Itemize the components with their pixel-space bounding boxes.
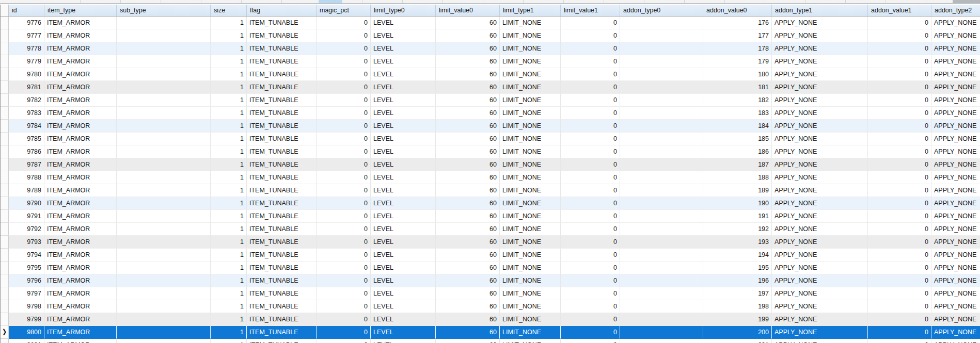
- column-header-magic_pct[interactable]: magic_pct: [317, 5, 371, 16]
- cell-addon_type1[interactable]: APPLY_NONE: [772, 120, 868, 133]
- cell-limit_value1[interactable]: 0: [561, 17, 620, 29]
- cell-size[interactable]: 1: [211, 300, 247, 313]
- cell-addon_value1[interactable]: 0: [868, 158, 931, 171]
- cell-size[interactable]: 1: [211, 313, 247, 326]
- cell-addon_value0[interactable]: 190: [703, 197, 772, 210]
- cell-limit_value0[interactable]: 60: [436, 81, 500, 94]
- cell-addon_type0[interactable]: [620, 326, 703, 339]
- cell-limit_type1[interactable]: LIMIT_NONE: [500, 326, 561, 339]
- table-row[interactable]: 9801ITEM_ARMOR1ITEM_TUNABLE0LEVEL60LIMIT…: [1, 339, 980, 343]
- cell-addon_type0[interactable]: [620, 249, 703, 262]
- cell-limit_type1[interactable]: LIMIT_NONE: [500, 210, 561, 223]
- cell-limit_type1[interactable]: LIMIT_NONE: [500, 94, 561, 107]
- cell-flag[interactable]: ITEM_TUNABLE: [247, 287, 317, 300]
- cell-magic_pct[interactable]: 0: [317, 94, 371, 107]
- cell-size[interactable]: 1: [211, 210, 247, 223]
- cell-addon_type0[interactable]: [620, 300, 703, 313]
- cell-addon_value1[interactable]: 0: [868, 210, 931, 223]
- cell-limit_value1[interactable]: 0: [561, 120, 620, 133]
- cell-size[interactable]: 1: [211, 223, 247, 236]
- cell-addon_type2[interactable]: APPLY_NONE: [931, 145, 980, 158]
- cell-addon_value0[interactable]: 186: [703, 145, 772, 158]
- cell-item_type[interactable]: ITEM_ARMOR: [44, 145, 117, 158]
- cell-addon_type0[interactable]: [620, 29, 703, 42]
- row-selector[interactable]: [1, 274, 9, 287]
- cell-addon_type1[interactable]: APPLY_NONE: [772, 300, 868, 313]
- cell-addon_type1[interactable]: APPLY_NONE: [772, 145, 868, 158]
- cell-addon_value0[interactable]: 189: [703, 184, 772, 197]
- cell-addon_value1[interactable]: 0: [868, 94, 931, 107]
- cell-addon_type0[interactable]: [620, 262, 703, 274]
- row-selector[interactable]: [1, 94, 9, 107]
- cell-addon_type1[interactable]: APPLY_NONE: [772, 107, 868, 120]
- cell-addon_type0[interactable]: [620, 55, 703, 68]
- cell-addon_value1[interactable]: 0: [868, 313, 931, 326]
- cell-id[interactable]: 9780: [9, 68, 44, 81]
- cell-flag[interactable]: ITEM_TUNABLE: [247, 133, 317, 145]
- cell-limit_type1[interactable]: LIMIT_NONE: [500, 107, 561, 120]
- cell-limit_value0[interactable]: 60: [436, 274, 500, 287]
- cell-addon_type1[interactable]: APPLY_NONE: [772, 68, 868, 81]
- cell-addon_type0[interactable]: [620, 42, 703, 55]
- cell-addon_value1[interactable]: 0: [868, 274, 931, 287]
- cell-addon_value1[interactable]: 0: [868, 29, 931, 42]
- cell-addon_type0[interactable]: [620, 145, 703, 158]
- cell-addon_value0[interactable]: 198: [703, 300, 772, 313]
- cell-sub_type[interactable]: [117, 262, 211, 274]
- cell-limit_value1[interactable]: 0: [561, 287, 620, 300]
- cell-addon_value1[interactable]: 0: [868, 145, 931, 158]
- cell-magic_pct[interactable]: 0: [317, 313, 371, 326]
- cell-flag[interactable]: ITEM_TUNABLE: [247, 184, 317, 197]
- cell-addon_value0[interactable]: 199: [703, 313, 772, 326]
- cell-size[interactable]: 1: [211, 184, 247, 197]
- cell-limit_type0[interactable]: LEVEL: [371, 236, 436, 249]
- cell-addon_type1[interactable]: APPLY_NONE: [772, 94, 868, 107]
- cell-addon_type2[interactable]: APPLY_NONE: [931, 326, 980, 339]
- cell-flag[interactable]: ITEM_TUNABLE: [247, 171, 317, 184]
- column-header-sub_type[interactable]: sub_type: [117, 5, 211, 16]
- cell-size[interactable]: 1: [211, 274, 247, 287]
- cell-flag[interactable]: ITEM_TUNABLE: [247, 68, 317, 81]
- cell-size[interactable]: 1: [211, 81, 247, 94]
- cell-limit_type1[interactable]: LIMIT_NONE: [500, 29, 561, 42]
- table-row[interactable]: 9794ITEM_ARMOR1ITEM_TUNABLE0LEVEL60LIMIT…: [1, 249, 980, 262]
- cell-addon_type0[interactable]: [620, 171, 703, 184]
- table-row[interactable]: 9779ITEM_ARMOR1ITEM_TUNABLE0LEVEL60LIMIT…: [1, 55, 980, 68]
- row-selector[interactable]: [1, 171, 9, 184]
- cell-limit_value1[interactable]: 0: [561, 184, 620, 197]
- cell-limit_value1[interactable]: 0: [561, 158, 620, 171]
- cell-addon_value1[interactable]: 0: [868, 249, 931, 262]
- cell-item_type[interactable]: ITEM_ARMOR: [44, 81, 117, 94]
- cell-id[interactable]: 9794: [9, 249, 44, 262]
- table-row[interactable]: 9777ITEM_ARMOR1ITEM_TUNABLE0LEVEL60LIMIT…: [1, 29, 980, 42]
- cell-id[interactable]: 9796: [9, 274, 44, 287]
- cell-magic_pct[interactable]: 0: [317, 55, 371, 68]
- cell-limit_type0[interactable]: LEVEL: [371, 313, 436, 326]
- cell-addon_type0[interactable]: [620, 81, 703, 94]
- cell-id[interactable]: 9798: [9, 300, 44, 313]
- cell-magic_pct[interactable]: 0: [317, 249, 371, 262]
- cell-limit_type0[interactable]: LEVEL: [371, 158, 436, 171]
- cell-limit_type1[interactable]: LIMIT_NONE: [500, 339, 561, 343]
- cell-limit_type1[interactable]: LIMIT_NONE: [500, 287, 561, 300]
- cell-size[interactable]: 1: [211, 326, 247, 339]
- cell-magic_pct[interactable]: 0: [317, 210, 371, 223]
- cell-item_type[interactable]: ITEM_ARMOR: [44, 249, 117, 262]
- cell-item_type[interactable]: ITEM_ARMOR: [44, 184, 117, 197]
- cell-addon_value0[interactable]: 185: [703, 133, 772, 145]
- row-selector[interactable]: [1, 184, 9, 197]
- cell-limit_value1[interactable]: 0: [561, 42, 620, 55]
- cell-addon_type2[interactable]: APPLY_NONE: [931, 55, 980, 68]
- cell-limit_value1[interactable]: 0: [561, 81, 620, 94]
- cell-addon_type0[interactable]: [620, 274, 703, 287]
- cell-limit_value1[interactable]: 0: [561, 29, 620, 42]
- cell-size[interactable]: 1: [211, 17, 247, 29]
- row-selector[interactable]: [1, 107, 9, 120]
- cell-size[interactable]: 1: [211, 262, 247, 274]
- cell-id[interactable]: 9777: [9, 29, 44, 42]
- cell-limit_value0[interactable]: 60: [436, 300, 500, 313]
- cell-item_type[interactable]: ITEM_ARMOR: [44, 42, 117, 55]
- cell-size[interactable]: 1: [211, 158, 247, 171]
- cell-addon_type1[interactable]: APPLY_NONE: [772, 274, 868, 287]
- cell-flag[interactable]: ITEM_TUNABLE: [247, 313, 317, 326]
